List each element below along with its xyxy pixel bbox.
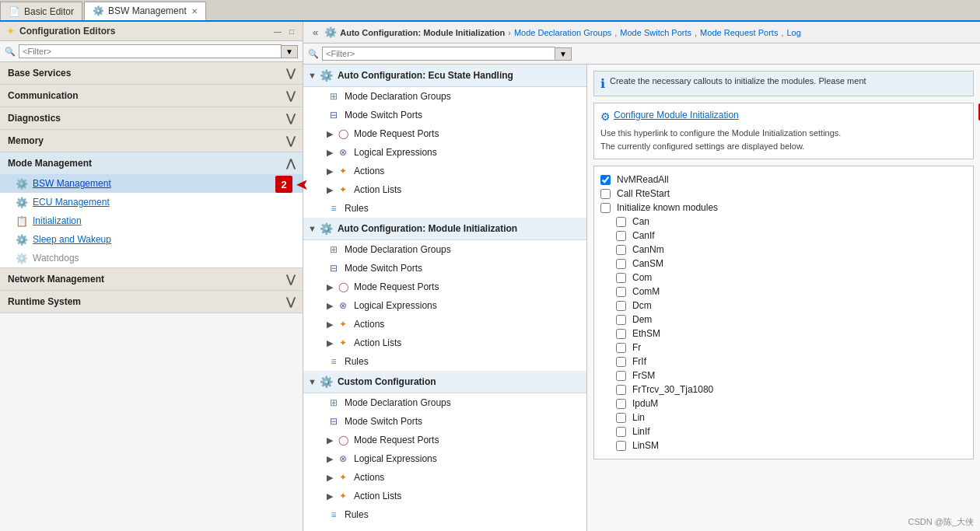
ipdu-m-checkbox[interactable] [616, 399, 626, 409]
tree-item-logical-2[interactable]: ▶ ⊗ Logical Expressions [303, 296, 586, 315]
left-filter-input[interactable] [19, 44, 282, 58]
tree-panel: ▼ ⚙️ Auto Configuration: Ecu State Handl… [303, 65, 587, 531]
tab-basic-editor-label: Basic Editor [24, 6, 74, 17]
tree-item-logical-1[interactable]: ▶ ⊗ Logical Expressions [303, 143, 586, 162]
breadcrumb-link-mode-decl[interactable]: Mode Declaration Groups [514, 28, 611, 37]
tree-item-mode-decl-2[interactable]: ⊞ Mode Declaration Groups [303, 240, 586, 259]
comm-checkbox[interactable] [616, 287, 626, 297]
sidebar-section-network-management-header[interactable]: Network Management ⋁ [0, 268, 303, 290]
dem-checkbox[interactable] [616, 315, 626, 325]
checkbox-comm[interactable]: ComM [600, 285, 967, 299]
tree-section-module-init[interactable]: ▼ ⚙️ Auto Configuration: Module Initiali… [303, 218, 586, 240]
tree-item-action-lists-3[interactable]: ▶ ✦ Action Lists [303, 487, 586, 505]
checkbox-fr-sm[interactable]: FrSM [600, 369, 967, 383]
tree-item-mode-req-3[interactable]: ▶ ◯ Mode Request Ports [303, 431, 586, 449]
tree-item-rules-2[interactable]: ≡ Rules [303, 352, 586, 371]
checkbox-dcm[interactable]: Dcm [600, 299, 967, 313]
can-if-checkbox[interactable] [616, 231, 626, 241]
tree-section-custom-config[interactable]: ▼ ⚙️ Custom Configuration [303, 371, 586, 393]
tree-item-rules-3[interactable]: ≡ Rules [303, 505, 586, 524]
checkbox-can-sm[interactable]: CanSM [600, 257, 967, 271]
tree-item-mode-switch-2[interactable]: ⊟ Mode Switch Ports [303, 259, 586, 278]
tree-item-mode-switch-3[interactable]: ⊟ Mode Switch Ports [303, 412, 586, 431]
sidebar-section-runtime-system-header[interactable]: Runtime System ⋁ [0, 291, 303, 313]
tree-item-actions-3[interactable]: ▶ ✦ Actions [303, 468, 586, 487]
sidebar-section-communication-header[interactable]: Communication ⋁ [0, 85, 303, 107]
tab-bsw-management-label: BSW Management [108, 5, 187, 16]
config-module-init-link[interactable]: Configure Module Initialization [614, 110, 739, 121]
sidebar-section-diagnostics-header[interactable]: Diagnostics ⋁ [0, 107, 303, 129]
nvm-read-all-checkbox[interactable] [600, 175, 611, 185]
tree-item-action-lists-2[interactable]: ▶ ✦ Action Lists [303, 334, 586, 352]
checkbox-frlf[interactable]: FrIf [600, 355, 967, 369]
can-sm-checkbox[interactable] [616, 259, 626, 269]
checkbox-can-nm[interactable]: CanNm [600, 243, 967, 257]
left-filter-dropdown-button[interactable]: ▼ [282, 45, 298, 58]
checkbox-fr[interactable]: Fr [600, 341, 967, 355]
sidebar-item-initialization[interactable]: 📋 Initialization [0, 211, 303, 230]
checkbox-fr-trcv[interactable]: FrTrcv_30_Tja1080 [600, 383, 967, 397]
breadcrumb-back-button[interactable]: « [310, 25, 321, 40]
tree-item-mode-req-2[interactable]: ▶ ◯ Mode Request Ports [303, 278, 586, 296]
checkbox-call-rte-start[interactable]: Call RteStart [600, 187, 967, 201]
checkbox-can-if[interactable]: CanIf [600, 229, 967, 243]
can-checkbox[interactable] [616, 217, 626, 227]
checkbox-init-known-modules[interactable]: Initialize known modules [600, 201, 967, 215]
tree-item-actions-2[interactable]: ▶ ✦ Actions [303, 315, 586, 334]
close-tab-button[interactable]: ✕ [191, 7, 198, 16]
checkbox-ipdu-m[interactable]: IpduM [600, 397, 967, 410]
logical-2-icon: ⊗ [336, 299, 350, 313]
call-rte-start-checkbox[interactable] [600, 189, 611, 199]
breadcrumb-link-mode-switch[interactable]: Mode Switch Ports [620, 28, 691, 37]
fr-checkbox[interactable] [616, 343, 626, 353]
comm-label: ComM [632, 286, 660, 297]
fr-sm-checkbox[interactable] [616, 371, 626, 381]
breadcrumb-link-mode-req[interactable]: Mode Request Ports [700, 28, 778, 37]
com-checkbox[interactable] [616, 273, 626, 283]
tree-item-mode-decl-1[interactable]: ⊞ Mode Declaration Groups [303, 87, 586, 106]
tree-item-mode-req-1[interactable]: ▶ ◯ Mode Request Ports [303, 124, 586, 143]
tree-item-mode-decl-3[interactable]: ⊞ Mode Declaration Groups [303, 393, 586, 412]
tree-section-ecu-state-handling[interactable]: ▼ ⚙️ Auto Configuration: Ecu State Handl… [303, 65, 586, 87]
tab-bsw-management[interactable]: ⚙️ BSW Management ✕ [84, 2, 206, 20]
tab-basic-editor[interactable]: 📄 Basic Editor [0, 2, 82, 20]
checkbox-lin-sm[interactable]: LinSM [600, 438, 967, 452]
panel-min-button[interactable]: — [271, 26, 284, 37]
sidebar-item-bsw-management[interactable]: 2 ➤ ⚙️ BSW Management [0, 174, 303, 193]
checkbox-com[interactable]: Com [600, 271, 967, 285]
frlf-checkbox[interactable] [616, 357, 626, 367]
sidebar-section-base-services-header[interactable]: Base Services ⋁ [0, 62, 303, 84]
lin-checkbox[interactable] [616, 413, 626, 423]
sidebar-section-memory-header[interactable]: Memory ⋁ [0, 130, 303, 152]
sidebar-item-ecu-management[interactable]: ⚙️ ECU Management [0, 193, 303, 211]
tree-item-logical-3[interactable]: ▶ ⊗ Logical Expressions [303, 449, 586, 468]
info-icon: ℹ [600, 76, 605, 91]
right-filter-input[interactable] [322, 47, 555, 61]
panel-max-button[interactable]: □ [287, 26, 296, 37]
can-nm-checkbox[interactable] [616, 245, 626, 255]
info-panel: ℹ Create the necessary callouts to initi… [587, 65, 980, 531]
tree-item-rules-1[interactable]: ≡ Rules [303, 199, 586, 218]
mode-req-3-icon: ◯ [336, 433, 350, 447]
lin-sm-checkbox[interactable] [616, 441, 626, 451]
action-lists-2-label: Action Lists [354, 337, 401, 348]
dcm-checkbox[interactable] [616, 301, 626, 311]
right-filter-dropdown-button[interactable]: ▼ [555, 47, 572, 61]
breadcrumb-link-log[interactable]: Log [786, 28, 800, 37]
checkbox-nvm-read-all[interactable]: NvMReadAll [600, 173, 967, 187]
sidebar-section-mode-management-header[interactable]: ➤ 1 Mode Management ⋀ [0, 152, 303, 174]
sleep-icon: ⚙️ [16, 233, 28, 246]
tree-item-action-lists-1[interactable]: ▶ ✦ Action Lists [303, 180, 586, 199]
checkbox-lin[interactable]: Lin [600, 410, 967, 424]
checkbox-lin-if[interactable]: LinIf [600, 424, 967, 438]
tree-item-mode-switch-1[interactable]: ⊟ Mode Switch Ports [303, 106, 586, 124]
checkbox-eth-sm[interactable]: EthSM [600, 327, 967, 341]
fr-trcv-checkbox[interactable] [616, 385, 626, 395]
checkbox-dem[interactable]: Dem [600, 313, 967, 327]
tree-item-actions-1[interactable]: ▶ ✦ Actions [303, 162, 586, 180]
init-known-modules-checkbox[interactable] [600, 203, 611, 213]
eth-sm-checkbox[interactable] [616, 329, 626, 339]
checkbox-can[interactable]: Can [600, 215, 967, 229]
lin-if-checkbox[interactable] [616, 427, 626, 437]
sidebar-item-sleep-wakeup[interactable]: ⚙️ Sleep and Wakeup [0, 230, 303, 249]
